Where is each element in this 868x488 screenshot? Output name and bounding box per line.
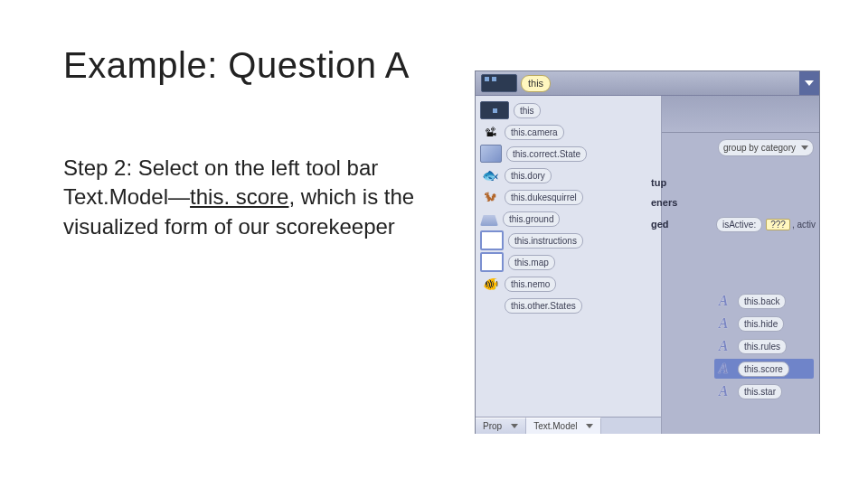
text-a-icon: A [714,338,732,354]
ground-icon [480,215,498,226]
textmodel-item-hide[interactable]: A this.hide [714,314,814,333]
tree-item-correctstate[interactable]: this.correct.State [480,144,656,164]
fish-icon: 🐠 [480,276,500,292]
tab-textmodel[interactable]: Text.Model [526,418,601,434]
text-a-icon: A [714,315,732,332]
tree-item-instructions[interactable]: this.instructions [480,230,656,250]
section-label: ged [651,219,669,230]
blank-icon [480,297,500,314]
item-label: this.hide [738,316,784,332]
details-panel: group by category tup eners ged isActive… [662,96,819,434]
columns: this 📽 this.camera this.correct.State 🐟 … [476,96,819,434]
body-underlined: this. score [190,184,288,209]
slide-body: Step 2: Select on the left tool bar Text… [63,154,443,241]
object-tree: this 📽 this.camera this.correct.State 🐟 … [476,96,662,434]
group-label: group by category [723,143,796,153]
tab-prop[interactable]: Prop [476,418,526,434]
text-a-icon: A [714,361,732,377]
stub-part[interactable]: isActive: [716,217,762,232]
tree-label: this.dory [505,168,552,183]
panel-header [662,96,819,133]
item-label: this.rules [738,339,787,354]
textmodel-item-star[interactable]: A this.star [714,381,814,401]
tree-item-dukesquirrel[interactable]: 🐿 this.dukesquirrel [480,187,656,207]
app-panel: this this 📽 this.camera this.correct [475,70,820,434]
class-tabs: Prop Text.Model [476,417,661,434]
tree-label: this.dukesquirrel [505,190,583,205]
textmodel-item-back[interactable]: A this.back [714,291,814,311]
fish-icon: 🐟 [480,167,500,183]
tree-item-otherstates[interactable]: this.other.States [480,296,656,315]
textmodel-item-score[interactable]: A this.score [714,359,814,379]
tree-label: this.other.States [505,298,582,314]
item-label: this.back [738,294,786,309]
stub-placeholder[interactable]: ??? [766,219,790,230]
camera-icon: 📽 [480,124,500,140]
textmodel-item-rules[interactable]: A this.rules [714,336,814,356]
tree-label: this.ground [503,211,560,227]
tree-item-dory[interactable]: 🐟 this.dory [480,165,656,185]
billboard-icon [480,230,504,250]
text-a-icon: A [714,383,732,399]
group-by-dropdown[interactable]: group by category [718,139,814,156]
slide-title: Example: Question A [63,45,410,86]
object-dropdown-icon[interactable] [799,71,819,95]
squirrel-icon: 🐿 [480,189,500,205]
tree-label: this.correct.State [506,146,587,162]
chevron-down-icon [586,424,593,428]
object-icon [481,74,517,92]
tree-label: this.instructions [508,233,583,249]
tree-label: this.camera [505,125,564,140]
tab-label: Prop [483,421,502,431]
cube-icon [480,145,502,163]
slide: Example: Question A Step 2: Select on th… [0,0,868,488]
chevron-down-icon [511,424,518,428]
section-label: tup [651,177,666,188]
object-header: this [476,71,819,96]
tab-label: Text.Model [533,421,577,431]
tree-label: this.map [508,255,555,270]
chevron-down-icon [801,145,808,150]
text-a-icon: A [714,293,732,309]
object-name-tag[interactable]: this [521,75,551,92]
tree-label: this.nemo [505,277,556,292]
item-label: this.score [738,361,789,377]
object-icon [480,101,509,119]
tree-item-map[interactable]: this.map [480,252,656,272]
billboard-icon [480,252,504,272]
tree-item-ground[interactable]: this.ground [480,209,656,229]
stub-tail: , activ [792,220,816,230]
section-label: eners [651,197,677,208]
code-stub: isActive: ??? , activ [714,217,816,232]
tree-body: this 📽 this.camera this.correct.State 🐟 … [476,96,661,417]
textmodel-list: A this.back A this.hide A this.rules A t… [714,291,814,404]
tree-item-camera[interactable]: 📽 this.camera [480,122,656,142]
item-label: this.star [738,384,782,399]
tree-item-this[interactable]: this [480,100,656,120]
tree-label: this [514,103,541,118]
tree-item-nemo[interactable]: 🐠 this.nemo [480,274,656,294]
